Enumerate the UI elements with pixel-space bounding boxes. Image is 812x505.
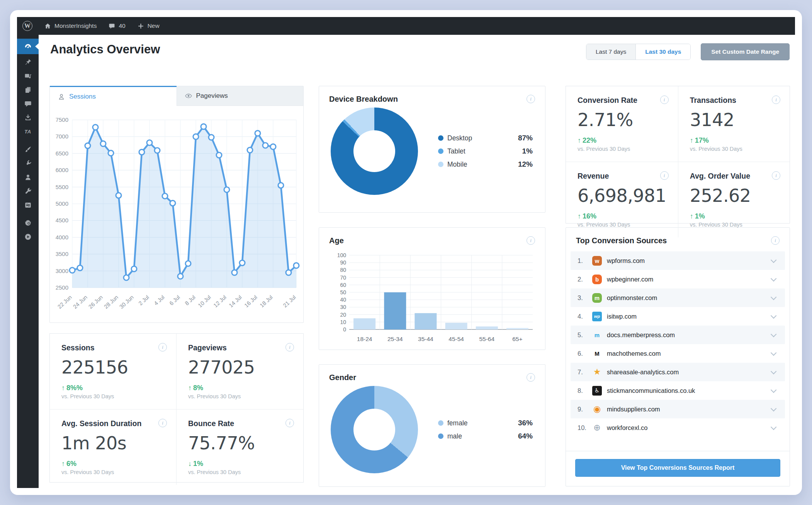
source-row-isitwp-com[interactable]: 4.wpisitwp.com: [571, 307, 785, 326]
source-row-docs-memberpress-com[interactable]: 5.mdocs.memberpress.com: [571, 326, 785, 344]
wp-admin-sidebar: TA: [17, 35, 39, 488]
ta-logo-text: TA: [24, 129, 31, 135]
svg-text:21 Jul: 21 Jul: [282, 294, 297, 309]
stat-value: 225156: [61, 357, 165, 378]
svg-text:4000: 4000: [56, 234, 68, 241]
stat-value: 2.71%: [578, 109, 666, 130]
docs-memberpress-com-favicon-icon: m: [592, 330, 602, 340]
set-custom-date-range-button[interactable]: Set Custom Date Range: [701, 43, 790, 60]
sessions-line-chart-container: 2500300035004000450050005500600065007000…: [50, 106, 303, 324]
source-row-mindsuppliers-com[interactable]: 9.◉mindsuppliers.com: [571, 400, 785, 418]
chevron-down-icon[interactable]: [771, 424, 777, 430]
info-icon[interactable]: i: [771, 236, 780, 245]
info-icon[interactable]: i: [772, 96, 780, 104]
chevron-down-icon[interactable]: [771, 275, 777, 282]
source-row-stickmancommunications-co-uk[interactable]: 8.♿stickmancommunications.co.uk: [571, 381, 785, 400]
svg-text:3500: 3500: [56, 251, 68, 257]
sidebar-item-ta-logo[interactable]: TA: [17, 125, 39, 138]
sidebar-item-settings-sliders[interactable]: [17, 198, 39, 212]
sidebar-item-mascot[interactable]: [17, 216, 39, 230]
info-icon[interactable]: i: [527, 236, 535, 245]
sidebar-item-appearance-brush[interactable]: [17, 142, 39, 156]
site-home-link[interactable]: MonsterInsights: [44, 22, 97, 30]
chevron-down-icon[interactable]: [771, 405, 777, 411]
range-button-last-7-days[interactable]: Last 7 days: [586, 44, 635, 60]
info-icon[interactable]: i: [158, 419, 167, 427]
stat-label: Revenue: [578, 172, 609, 180]
source-row-machothemes-com[interactable]: 6.Mmachothemes.com: [571, 344, 785, 363]
top-conversion-sources-panel: Top Conversion Sources i 1.wwpforms.com2…: [566, 227, 790, 486]
info-icon[interactable]: i: [772, 171, 780, 180]
sidebar-item-plugin[interactable]: [17, 156, 39, 170]
tab-sessions[interactable]: Sessions: [50, 86, 177, 106]
info-icon[interactable]: i: [158, 343, 167, 351]
stat-delta: ↑1%: [690, 212, 778, 220]
svg-text:80: 80: [340, 267, 346, 273]
sidebar-item-media[interactable]: [17, 69, 39, 83]
arrow-up-icon: ↑: [578, 212, 581, 220]
range-button-last-30-days[interactable]: Last 30 days: [635, 44, 690, 60]
info-icon[interactable]: i: [285, 343, 294, 351]
view-top-conversions-report-button[interactable]: View Top Conversions Sources Report: [575, 459, 780, 477]
legend-value: 36%: [518, 419, 533, 427]
new-content-button[interactable]: New: [137, 22, 160, 30]
legend-dot-icon: [438, 148, 443, 154]
info-icon[interactable]: i: [660, 171, 669, 180]
source-row-wpbeginner-com[interactable]: 2.bwpbeginner.com: [571, 270, 785, 288]
page-title: Analytics Overview: [50, 43, 160, 56]
svg-text:30: 30: [340, 304, 346, 310]
source-row-workforcexl-co[interactable]: 10.⊕workforcexl.co: [571, 418, 785, 437]
chevron-down-icon[interactable]: [771, 294, 777, 300]
middle-column: Device Breakdown i Desktop87%Tablet1%Mob…: [319, 86, 545, 487]
source-domain: stickmancommunications.co.uk: [607, 387, 771, 394]
stat-compare: vs. Previous 30 Days: [61, 469, 165, 475]
chart-tabs: SessionsPageviews: [50, 86, 303, 106]
panel-title: Device Breakdown: [329, 95, 398, 104]
info-icon[interactable]: i: [527, 373, 535, 382]
legend-item-female: female36%: [438, 419, 533, 427]
chevron-down-icon[interactable]: [771, 257, 777, 263]
machothemes-com-favicon-icon: M: [592, 349, 602, 358]
age-panel: Age i 010203040506070809010018-2425-3435…: [319, 227, 545, 350]
source-row-optinmonster-com[interactable]: 3.moptinmonster.com: [571, 288, 785, 307]
comments-indicator[interactable]: 40: [108, 22, 125, 30]
chevron-down-icon[interactable]: [771, 387, 777, 393]
svg-text:4500: 4500: [56, 217, 68, 223]
chevron-down-icon[interactable]: [771, 368, 777, 374]
stat-value: 3142: [690, 109, 778, 130]
source-rank: 6.: [578, 350, 592, 357]
stat-compare: vs. Previous 30 Days: [578, 222, 666, 228]
legend-item-desktop: Desktop87%: [438, 134, 533, 142]
home-icon: [44, 22, 51, 30]
svg-text:18-24: 18-24: [357, 336, 372, 342]
svg-text:0: 0: [343, 326, 346, 333]
legend-dot-icon: [438, 162, 443, 167]
panel-title: Top Conversion Sources: [576, 236, 667, 245]
sidebar-item-download[interactable]: [17, 111, 39, 125]
sidebar-item-comments[interactable]: [17, 97, 39, 111]
sidebar-item-pages[interactable]: [17, 83, 39, 97]
sidebar-item-video-play[interactable]: [17, 230, 39, 244]
sidebar-item-dashboard-gauge[interactable]: [17, 39, 39, 54]
sidebar-item-pin[interactable]: [17, 55, 39, 69]
chevron-down-icon[interactable]: [771, 331, 777, 337]
tab-pageviews[interactable]: Pageviews: [177, 86, 304, 106]
svg-text:35-44: 35-44: [418, 336, 433, 342]
svg-text:30 Jun: 30 Jun: [118, 294, 135, 310]
wordpress-logo-icon[interactable]: W: [22, 21, 32, 31]
svg-text:55-64: 55-64: [479, 336, 494, 342]
chevron-down-icon[interactable]: [771, 350, 777, 356]
comment-bubble-icon: [108, 22, 116, 30]
sidebar-item-tools-wrench[interactable]: [17, 184, 39, 198]
source-row-wpforms-com[interactable]: 1.wwpforms.com: [571, 251, 785, 270]
source-row-shareasale-analytics-com[interactable]: 7.★shareasale-analytics.com: [571, 363, 785, 381]
chevron-down-icon[interactable]: [771, 312, 777, 319]
svg-text:5000: 5000: [56, 200, 68, 207]
stat-compare: vs. Previous 30 Days: [578, 146, 666, 152]
svg-text:10 Jul: 10 Jul: [197, 294, 212, 309]
info-icon[interactable]: i: [527, 95, 535, 103]
info-icon[interactable]: i: [660, 96, 669, 104]
sidebar-item-users[interactable]: [17, 170, 39, 184]
sources-list: 1.wwpforms.com2.bwpbeginner.com3.moptinm…: [566, 251, 790, 451]
info-icon[interactable]: i: [285, 419, 294, 427]
